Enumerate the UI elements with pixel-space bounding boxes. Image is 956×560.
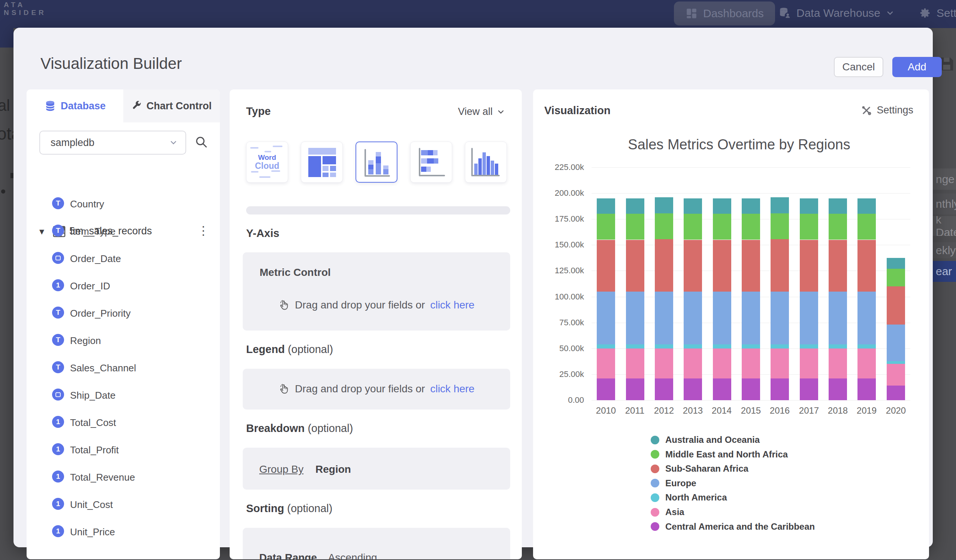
bar-segment[interactable] bbox=[829, 348, 847, 378]
legend-item[interactable]: Europe bbox=[651, 478, 697, 488]
field-row-sales_channel[interactable]: TSales_Channel bbox=[27, 360, 220, 377]
click-here-link[interactable]: click here bbox=[430, 299, 474, 311]
database-select[interactable]: sampledb bbox=[39, 131, 186, 155]
bar-segment[interactable] bbox=[800, 344, 818, 348]
bar-segment[interactable] bbox=[713, 378, 731, 400]
bar-segment[interactable] bbox=[829, 344, 847, 348]
bar-segment[interactable] bbox=[887, 258, 905, 269]
chart-type-card-column[interactable] bbox=[465, 141, 507, 183]
bar-segment[interactable] bbox=[742, 344, 760, 348]
bar-segment[interactable] bbox=[857, 240, 876, 292]
bar-segment[interactable] bbox=[713, 344, 731, 348]
bar-segment[interactable] bbox=[713, 214, 731, 240]
settings-button[interactable]: Settings bbox=[861, 104, 913, 116]
bar-segment[interactable] bbox=[597, 348, 615, 378]
breakdown-zone[interactable]: Group By Region bbox=[243, 448, 510, 489]
bar-segment[interactable] bbox=[800, 378, 818, 400]
bar-segment[interactable] bbox=[742, 348, 760, 378]
field-row-order_priority[interactable]: TOrder_Priority bbox=[27, 305, 220, 322]
bar-segment[interactable] bbox=[597, 378, 615, 400]
bar-segment[interactable] bbox=[829, 240, 847, 292]
bar-segment[interactable] bbox=[742, 240, 760, 292]
bar-segment[interactable] bbox=[857, 348, 876, 378]
bar-segment[interactable] bbox=[800, 214, 818, 240]
bar-segment[interactable] bbox=[829, 198, 847, 214]
bar-segment[interactable] bbox=[684, 378, 702, 400]
bar-segment[interactable] bbox=[655, 213, 673, 239]
bar-segment[interactable] bbox=[626, 240, 644, 292]
legend-dropzone[interactable]: Drag and drop your fields or click here bbox=[243, 369, 510, 409]
bar-segment[interactable] bbox=[597, 214, 615, 240]
bar-segment[interactable] bbox=[770, 197, 789, 213]
chart-type-card-treemap[interactable] bbox=[301, 141, 343, 183]
bar-segment[interactable] bbox=[684, 344, 702, 348]
legend-item[interactable]: Central America and the Caribbean bbox=[651, 521, 815, 532]
bar-segment[interactable] bbox=[684, 292, 702, 344]
bar-segment[interactable] bbox=[887, 361, 905, 364]
click-here-link[interactable]: click here bbox=[430, 383, 474, 395]
legend-item[interactable]: Middle East and North Africa bbox=[651, 449, 788, 460]
bar-segment[interactable] bbox=[770, 344, 789, 348]
bar-segment[interactable] bbox=[857, 344, 876, 348]
bar-segment[interactable] bbox=[626, 378, 644, 400]
bar-segment[interactable] bbox=[857, 214, 876, 240]
bar-segment[interactable] bbox=[713, 348, 731, 378]
tab-database[interactable]: Database bbox=[27, 89, 123, 122]
sorting-zone[interactable]: Data Range Ascending bbox=[243, 528, 510, 559]
bar-segment[interactable] bbox=[655, 292, 673, 344]
search-icon[interactable] bbox=[194, 135, 208, 149]
bar-segment[interactable] bbox=[626, 344, 644, 348]
view-all-button[interactable]: View all bbox=[458, 106, 505, 118]
bar-segment[interactable] bbox=[597, 344, 615, 348]
chart-type-card-stacked-column[interactable] bbox=[355, 141, 398, 183]
bar-segment[interactable] bbox=[770, 292, 789, 344]
bar-segment[interactable] bbox=[713, 240, 731, 292]
bar-segment[interactable] bbox=[684, 214, 702, 240]
field-row-region[interactable]: TRegion bbox=[27, 333, 220, 350]
group-by-link[interactable]: Group By bbox=[259, 463, 303, 475]
bar-segment[interactable] bbox=[597, 240, 615, 292]
bar-segment[interactable] bbox=[597, 198, 615, 214]
bar-segment[interactable] bbox=[857, 198, 876, 214]
bar-segment[interactable] bbox=[626, 214, 644, 240]
bar-segment[interactable] bbox=[684, 348, 702, 378]
chart-type-card-stacked-bar[interactable] bbox=[410, 141, 452, 183]
bar-segment[interactable] bbox=[800, 198, 818, 214]
bar-segment[interactable] bbox=[887, 269, 905, 286]
tab-chart-control[interactable]: Chart Control bbox=[123, 89, 220, 122]
bar-segment[interactable] bbox=[626, 198, 644, 214]
bar-segment[interactable] bbox=[742, 214, 760, 240]
bar-segment[interactable] bbox=[713, 292, 731, 344]
bar-segment[interactable] bbox=[857, 292, 876, 344]
bar-segment[interactable] bbox=[655, 344, 673, 348]
bar-segment[interactable] bbox=[887, 325, 905, 361]
bar-segment[interactable] bbox=[887, 386, 905, 400]
field-row-total_cost[interactable]: 1Total_Cost bbox=[27, 414, 220, 431]
bar-segment[interactable] bbox=[655, 348, 673, 378]
cancel-button[interactable]: Cancel bbox=[834, 57, 883, 77]
bar-segment[interactable] bbox=[887, 364, 905, 386]
field-row-country[interactable]: TCountry bbox=[27, 196, 220, 213]
bar-segment[interactable] bbox=[713, 198, 731, 214]
bar-segment[interactable] bbox=[829, 292, 847, 344]
bar-segment[interactable] bbox=[684, 240, 702, 292]
bar-segment[interactable] bbox=[655, 239, 673, 292]
field-row-total_revenue[interactable]: 1Total_Revenue bbox=[27, 469, 220, 486]
field-row-order_date[interactable]: Order_Date bbox=[27, 251, 220, 268]
legend-item[interactable]: Sub-Saharan Africa bbox=[651, 463, 748, 474]
field-row-total_profit[interactable]: 1Total_Profit bbox=[27, 442, 220, 459]
bar-segment[interactable] bbox=[655, 197, 673, 213]
add-button[interactable]: Add bbox=[892, 57, 942, 77]
bar-segment[interactable] bbox=[829, 214, 847, 240]
bar-segment[interactable] bbox=[742, 198, 760, 214]
bar-segment[interactable] bbox=[770, 348, 789, 378]
field-row-order_id[interactable]: 1Order_ID bbox=[27, 278, 220, 295]
bar-segment[interactable] bbox=[770, 378, 789, 400]
bar-segment[interactable] bbox=[626, 348, 644, 378]
field-row-unit_price[interactable]: 1Unit_Price bbox=[27, 524, 220, 541]
bar-segment[interactable] bbox=[800, 292, 818, 344]
bar-segment[interactable] bbox=[829, 378, 847, 400]
bar-segment[interactable] bbox=[597, 292, 615, 344]
metric-control-dropzone[interactable]: Metric Control Drag and drop your fields… bbox=[243, 252, 510, 331]
nav-item-settings[interactable]: Settings bbox=[918, 7, 956, 19]
